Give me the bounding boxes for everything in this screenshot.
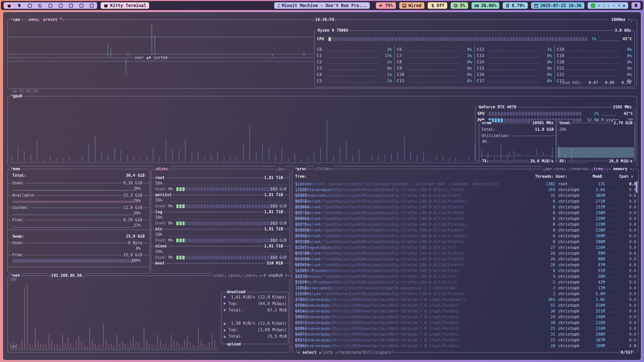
tree-toggle[interactable]: ┐tree┌ bbox=[590, 166, 606, 172]
process-row[interactable]: │ │ ├─ 6517 .ferdium-wrappe (/nix/store/… bbox=[295, 337, 636, 343]
disk-size-nixos: 1,81 TiB bbox=[263, 243, 284, 249]
process-row[interactable]: │ │ ├─ 689674 Web Content (/nix/store/fq… bbox=[295, 262, 636, 268]
process-row[interactable]: │ │ ├─ 11732 Privileged Cont (/nix/store… bbox=[295, 245, 636, 251]
cpu-column-header[interactable]: Cpu% ↑ bbox=[614, 174, 633, 179]
preset-button[interactable]: preset *┌ bbox=[43, 17, 65, 23]
core-spark bbox=[329, 63, 379, 64]
clock-module[interactable]: 2025-07-22 16:36 bbox=[531, 2, 585, 9]
workspace-cat-icon[interactable] bbox=[6, 3, 12, 9]
cpu-module[interactable]: 5% bbox=[450, 2, 468, 9]
process-row[interactable]: │ │ ├─ 6350 .ferdium-wrappe (/nix/store/… bbox=[295, 303, 636, 308]
sort-column-selector[interactable]: ┐← memory →┌ bbox=[606, 166, 635, 172]
workspace-square-icon[interactable] bbox=[78, 3, 84, 9]
process-cpu: 0.0 bbox=[622, 228, 636, 233]
wave-icon[interactable]: ≈ bbox=[598, 3, 600, 8]
process-row[interactable]: │ │ ├─ 11968 .keepassxc-prox (/nix/store… bbox=[295, 285, 636, 291]
process-row[interactable]: │ │ ├─ 94753 Web Content (/nix/store/fqa… bbox=[295, 199, 636, 204]
network-module[interactable]: Wired bbox=[399, 2, 425, 9]
clipboard-icon[interactable]: ▢ bbox=[603, 3, 605, 8]
process-row[interactable]: │ │ ├─ 6536 .ferdium-wrappe (/nix/store/… bbox=[295, 343, 636, 349]
process-row[interactable]: │ │ ├─ 580017 Web Content (/nix/store/fq… bbox=[295, 216, 636, 222]
scrollbar-thumb[interactable] bbox=[636, 181, 637, 193]
io-tab[interactable]: ┐io┌ bbox=[275, 166, 286, 172]
tree-column-header[interactable]: Tree: bbox=[295, 174, 307, 179]
user-column-header[interactable]: User: bbox=[556, 174, 568, 179]
triangle-icon[interactable]: ▼ bbox=[618, 3, 620, 8]
process-row[interactable]: │ │ ├─ 11607 Socket Process (/nix/store/… bbox=[295, 268, 636, 274]
process-row[interactable]: │ │ └─ 11539 crashhelper (/nix/store/fqa… bbox=[295, 291, 636, 297]
core-label: C4 bbox=[317, 71, 322, 78]
workspace-square-icon[interactable] bbox=[89, 3, 95, 9]
workspace-square-icon[interactable] bbox=[58, 3, 64, 9]
process-row[interactable]: │ │ ├─ 219152 Web Content (/nix/store/fq… bbox=[295, 210, 636, 216]
volume-module[interactable]: 75% bbox=[375, 2, 396, 9]
select-action[interactable]: ↑ select ↓ bbox=[298, 350, 321, 355]
per-core-toggle[interactable]: ┐per-core┌ bbox=[542, 166, 567, 172]
process-row[interactable]: │ │ ├─ 220028 Web Content (/nix/store/fq… bbox=[295, 228, 636, 233]
process-row[interactable]: │ │ ├─ 6511 .ferdium-wrappe (/nix/store/… bbox=[295, 320, 636, 326]
auto-button[interactable]: ┐auto┌ bbox=[227, 273, 243, 279]
workspace-square-icon[interactable] bbox=[68, 3, 74, 9]
keyboard-icon[interactable]: ▦ bbox=[623, 3, 625, 8]
core-spark bbox=[489, 51, 539, 52]
phone-icon[interactable]: ▯ bbox=[608, 3, 610, 8]
notifications-module[interactable] bbox=[631, 2, 641, 9]
workspace-obsidian-icon[interactable] bbox=[16, 3, 22, 9]
process-row[interactable]: │ │ ├─ 673038 Web Content (/nix/store/fq… bbox=[295, 256, 636, 262]
workspace-square-icon[interactable] bbox=[47, 3, 53, 9]
process-row[interactable]: [-]─1 systemd (/run/current-system/syste… bbox=[295, 181, 636, 187]
process-row[interactable]: │ │ ├─ 673288 Web Content (/nix/store/fq… bbox=[295, 251, 636, 256]
process-row[interactable]: │ │ ├─ 479390 Web Content (/nix/store/fq… bbox=[295, 239, 636, 245]
disks-tab[interactable]: ┐disks┌ bbox=[153, 166, 171, 172]
process-threads: 22 bbox=[536, 337, 555, 343]
process-memory: 116M bbox=[583, 245, 605, 251]
process-cpu-spark bbox=[607, 277, 621, 278]
process-row[interactable]: │ [-]─11532 .firefox-wrappe (/nix/store/… bbox=[295, 187, 636, 193]
sync-button[interactable]: ┐sync┌ bbox=[212, 273, 227, 279]
reverse-toggle[interactable]: ┐reverse┌ bbox=[568, 166, 590, 172]
memory-tab[interactable]: ²mem bbox=[10, 166, 21, 172]
gpu-module[interactable]: 8.79% bbox=[502, 2, 528, 9]
process-tab[interactable]: ⁴proc bbox=[294, 166, 307, 172]
kill-action[interactable]: Kill bbox=[364, 350, 373, 355]
process-row[interactable]: │ │ ├─ 5983 .ferdium-wrappe (/nix/store/… bbox=[295, 314, 636, 320]
core-row-C5: C51% bbox=[314, 78, 394, 84]
process-row[interactable]: │ │ ├─ 11839 Utility Process (/nix/store… bbox=[295, 280, 636, 285]
process-row[interactable]: │ [-]─4783 .ferdium-wrappe (/nix/store/a… bbox=[295, 297, 636, 303]
scroll-down-arrow[interactable]: ↓ bbox=[634, 343, 636, 348]
interval-control[interactable]: - 1000ms +┌ bbox=[606, 17, 633, 23]
mem-cached-value: 11,9 GiB bbox=[122, 205, 143, 211]
info-action[interactable]: info ↵ bbox=[324, 350, 338, 355]
swap-free-percent: 100% bbox=[118, 258, 141, 263]
threads-column-header[interactable]: Threads: bbox=[535, 174, 554, 179]
memb-column-header[interactable]: MemB bbox=[580, 174, 602, 179]
memory-module[interactable]: 30.06% bbox=[471, 2, 500, 9]
process-row[interactable]: │ │ ├─ 41363 Web Content (/nix/store/fqa… bbox=[295, 233, 636, 239]
filter-button[interactable]: ┐filter┌ bbox=[314, 166, 334, 172]
process-row[interactable]: │ │ ├─ 11972 Web Content (/nix/store/fqa… bbox=[295, 222, 636, 228]
net-spike bbox=[149, 344, 150, 347]
process-row[interactable]: │ │ ├─ 218067 Web Content (/nix/store/fq… bbox=[295, 204, 636, 210]
bluetooth-module[interactable]: Off bbox=[427, 2, 448, 9]
gpu-tab[interactable]: ⁵gpu0 bbox=[10, 93, 23, 99]
process-memory: 228M bbox=[583, 228, 605, 233]
process-row[interactable]: │ │ ├─ 6472 .ferdium-wrappe (/nix/store/… bbox=[295, 332, 636, 337]
cpu-tab[interactable]: ¹cpu bbox=[10, 17, 21, 23]
music-pill[interactable]: ♫ Minuit Machine - Don't Run Fro... bbox=[274, 2, 370, 9]
key-icon[interactable]: ⚬ bbox=[612, 3, 616, 8]
window-title-pill[interactable]: Kitty Terminal bbox=[100, 2, 150, 9]
gpu-spike bbox=[62, 158, 64, 161]
workspace-refresh-icon[interactable] bbox=[37, 3, 43, 9]
process-row[interactable]: │ │ ├─ 11795 WebExtensions (/nix/store/f… bbox=[295, 193, 636, 199]
process-row[interactable]: │ │ ├─ 11739 RDD Process (/nix/store/fqa… bbox=[295, 274, 636, 280]
process-row[interactable]: │ │ ├─ 6654 .ferdium-wrappe (/nix/store/… bbox=[295, 308, 636, 314]
process-command: │ │ ├─ 218067 Web Content (/nix/store/fq… bbox=[295, 204, 535, 210]
signals-action[interactable]: signals bbox=[375, 350, 391, 355]
zero-button[interactable]: ┐zero┌ bbox=[243, 273, 258, 279]
menu-button[interactable]: ┐menu┌ bbox=[26, 17, 42, 23]
check-circle-icon[interactable]: ✓ bbox=[591, 3, 595, 8]
terminate-action[interactable]: terminate bbox=[340, 350, 361, 355]
workspace-square-icon[interactable] bbox=[27, 3, 33, 9]
interface-selector[interactable]: ┐←b enp8s0 n→┌ bbox=[258, 273, 293, 279]
process-row[interactable]: │ │ ├─ 6520 .ferdium-wrappe (/nix/store/… bbox=[295, 326, 636, 332]
